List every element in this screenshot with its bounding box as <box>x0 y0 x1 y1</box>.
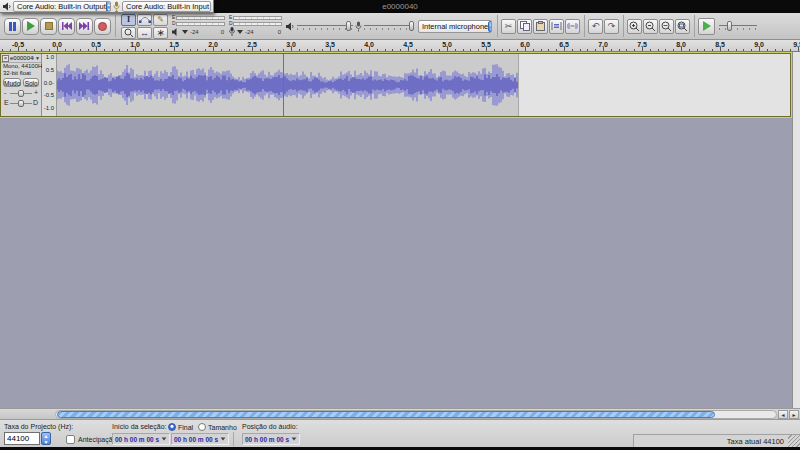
copy-button[interactable] <box>517 19 532 34</box>
resize-grip[interactable] <box>788 435 800 447</box>
horizontal-scrollbar[interactable]: ◂ ▸ <box>0 408 800 419</box>
ruler-tick <box>57 47 58 51</box>
ruler-tick <box>751 49 752 51</box>
mute-button[interactable]: Mudo <box>3 78 21 87</box>
pause-icon <box>9 22 16 31</box>
project-rate-stepper[interactable]: ▲▼ <box>41 432 51 445</box>
ruler-tick <box>603 47 604 51</box>
scroll-left-arrow[interactable]: ◂ <box>778 410 788 419</box>
record-button[interactable] <box>94 18 111 35</box>
input-volume-thumb[interactable] <box>409 21 414 31</box>
ruler-tick <box>416 49 417 51</box>
zoom-out-button[interactable] <box>643 19 658 34</box>
input-volume-slider[interactable] <box>364 21 414 31</box>
track-title[interactable]: e0000040 <box>10 55 34 61</box>
pause-button[interactable] <box>4 18 21 35</box>
track-wave-area[interactable] <box>57 54 790 116</box>
ruler-tick <box>408 47 409 51</box>
input-device-select[interactable]: Core Audio: Built-in Input <box>122 1 211 12</box>
vertical-ruler[interactable]: 1.00.50.0--0.5-1.0 <box>42 54 57 116</box>
radio-end-label[interactable]: Final <box>178 424 193 431</box>
audio-clip[interactable] <box>57 54 519 116</box>
paste-icon <box>536 21 545 31</box>
paste-button[interactable] <box>533 19 548 34</box>
multi-tool-button[interactable]: ∗ <box>153 27 168 39</box>
output-volume-slider[interactable] <box>297 21 353 31</box>
pan-thumb[interactable] <box>18 100 24 107</box>
zoom-in-button[interactable] <box>627 19 642 34</box>
pan-slider[interactable]: E D <box>4 99 38 108</box>
radio-end[interactable] <box>168 423 176 431</box>
ruler-tick <box>775 49 776 51</box>
skip-start-button[interactable] <box>58 18 75 35</box>
track-close-button[interactable]: × <box>2 55 9 62</box>
output-device-select[interactable]: Core Audio: Built-in Output ▲▼ <box>13 1 111 12</box>
ruler-tick <box>322 49 323 51</box>
ruler-tick <box>88 49 89 51</box>
envelope-tool-button[interactable] <box>137 14 152 26</box>
timeline-ruler[interactable]: -0.50.00.51.01.52.02.53.03.54.04.55.05.5… <box>0 40 800 52</box>
radio-length-label[interactable]: Tamanho <box>208 424 237 431</box>
fit-selection-button[interactable] <box>659 19 674 34</box>
track-menu-arrow-icon[interactable]: ▼ <box>35 55 40 61</box>
selection-start-field[interactable]: 00 h 00 m 00 s <box>112 433 170 445</box>
selection-start-label: Início da seleção: <box>112 423 166 430</box>
cut-button[interactable]: ✂ <box>501 19 516 34</box>
output-volume-thumb[interactable] <box>346 21 351 31</box>
skip-end-button[interactable] <box>76 18 93 35</box>
selection-end-field[interactable]: 00 h 00 m 00 s <box>171 433 229 445</box>
ruler-tick <box>182 49 183 51</box>
draw-tool-button[interactable]: ✎ <box>153 14 168 26</box>
playback-speed-thumb[interactable] <box>727 21 732 31</box>
input-source-select[interactable]: Internal microphone ▲▼ <box>418 20 492 33</box>
gain-slider[interactable]: - + <box>4 89 38 98</box>
hscroll-thumb[interactable] <box>57 411 715 418</box>
snap-checkbox[interactable] <box>66 435 75 444</box>
timeshift-tool-button[interactable]: ↔ <box>137 27 152 39</box>
ruler-tick <box>525 47 526 51</box>
microphone-icon <box>113 1 120 12</box>
ruler-tick <box>509 49 510 51</box>
ruler-tick <box>252 47 253 51</box>
select-stepper-icon: ▲▼ <box>488 21 492 32</box>
audio-position-field[interactable]: 00 h 00 m 00 s <box>242 433 300 445</box>
ruler-tick <box>728 49 729 51</box>
fit-project-button[interactable] <box>675 19 690 34</box>
silence-button[interactable] <box>565 19 580 34</box>
scroll-right-arrow[interactable]: ▸ <box>789 410 799 419</box>
selection-tool-button[interactable]: I <box>121 14 136 26</box>
ruler-tick <box>353 49 354 51</box>
playback-speed-slider[interactable] <box>719 21 757 31</box>
fit-selection-icon <box>661 21 672 32</box>
ruler-tick <box>34 49 35 51</box>
track-canvas[interactable]: × e0000040 ▼ Mono, 44100Hz 32-bit float … <box>0 52 800 408</box>
ruler-tick <box>268 49 269 51</box>
toolbar-separator <box>233 432 234 446</box>
project-rate-input[interactable] <box>4 432 40 445</box>
vertical-scrollbar[interactable] <box>792 52 800 408</box>
ruler-tick <box>595 49 596 51</box>
ruler-tick <box>782 49 783 51</box>
microphone-icon <box>229 27 235 36</box>
solo-button[interactable]: Solo <box>23 78 39 87</box>
play-button[interactable] <box>22 18 39 35</box>
ruler-tick <box>244 49 245 51</box>
redo-button[interactable]: ↷ <box>604 19 619 34</box>
zoom-tool-button[interactable] <box>121 27 136 39</box>
hscroll-track[interactable] <box>55 410 777 419</box>
recording-meter[interactable]: E D -240 <box>229 15 282 37</box>
trim-icon <box>551 21 562 31</box>
play-at-speed-button[interactable] <box>698 18 715 35</box>
ruler-tick <box>299 49 300 51</box>
stop-button[interactable] <box>40 18 57 35</box>
ruler-tick <box>221 49 222 51</box>
ruler-tick <box>104 49 105 51</box>
ruler-tick <box>502 49 503 51</box>
playback-meter[interactable]: E D -240 <box>172 15 225 37</box>
gain-thumb[interactable] <box>18 90 24 97</box>
undo-button[interactable]: ↶ <box>588 19 603 34</box>
vruler-label: -1.0 <box>44 105 54 111</box>
ruler-tick <box>767 49 768 51</box>
radio-length[interactable] <box>198 423 206 431</box>
trim-button[interactable] <box>549 19 564 34</box>
